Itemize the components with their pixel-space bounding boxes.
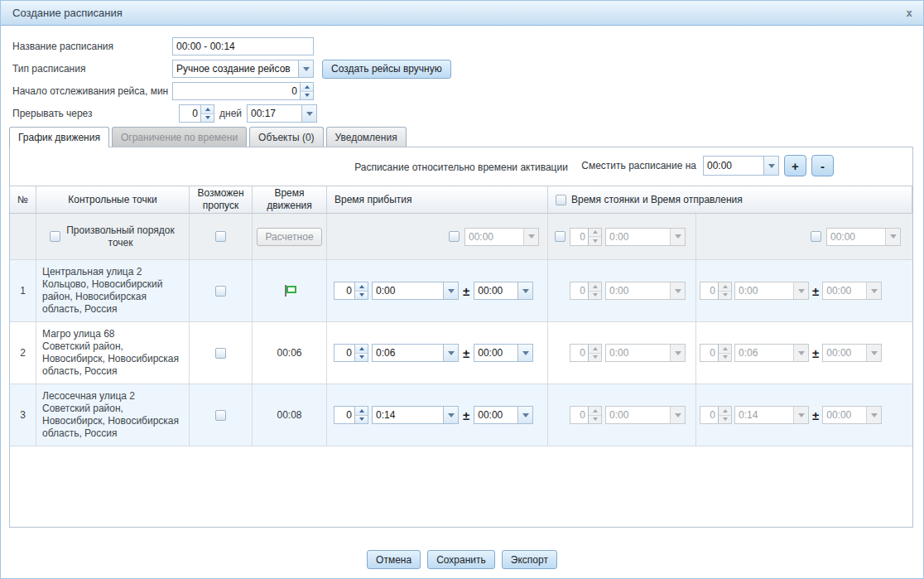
stop-time-input[interactable] [606, 282, 670, 299]
departure-time-input[interactable] [735, 345, 793, 361]
spinner-down-icon[interactable] [589, 415, 601, 424]
spinner-down-icon[interactable] [201, 113, 214, 123]
spinner-up-icon[interactable] [355, 345, 368, 353]
stop-minutes-spinner[interactable] [570, 344, 602, 362]
spinner-down-icon[interactable] [589, 291, 601, 300]
tracking-start-spinner[interactable] [172, 82, 314, 100]
dropdown-arrow-icon[interactable] [301, 105, 316, 122]
spinner-trigger[interactable] [300, 83, 313, 99]
departure-minutes-input[interactable] [700, 345, 718, 361]
spinner-trigger[interactable] [588, 407, 601, 423]
skip-checkbox[interactable] [215, 286, 226, 297]
arrival-tolerance-input[interactable] [474, 407, 517, 423]
arrival-minutes-spinner[interactable] [334, 282, 368, 300]
spinner-up-icon[interactable] [589, 407, 601, 415]
stop-all-spinner[interactable] [570, 228, 602, 246]
stop-all-spin-input[interactable] [570, 229, 588, 245]
departure-all-combo[interactable] [826, 228, 901, 246]
dropdown-arrow-icon[interactable] [670, 345, 685, 361]
departure-time-combo[interactable] [734, 406, 809, 424]
spinner-trigger[interactable] [718, 345, 731, 361]
dropdown-arrow-icon[interactable] [517, 345, 532, 361]
spinner-up-icon[interactable] [589, 229, 601, 237]
spinner-down-icon[interactable] [301, 91, 313, 100]
skip-all-checkbox[interactable] [215, 231, 226, 242]
arrival-minutes-spinner[interactable] [334, 344, 368, 362]
arrival-tolerance-combo[interactable] [474, 282, 533, 300]
create-trips-button[interactable]: Создать рейсы вручную [322, 60, 451, 79]
cancel-button[interactable]: Отмена [367, 550, 421, 569]
dropdown-arrow-icon[interactable] [670, 282, 685, 299]
dropdown-arrow-icon[interactable] [523, 229, 538, 245]
spinner-trigger[interactable] [718, 407, 731, 423]
spinner-up-icon[interactable] [201, 105, 214, 113]
stop-departure-checkbox[interactable] [556, 195, 566, 205]
skip-checkbox[interactable] [215, 410, 226, 421]
dropdown-arrow-icon[interactable] [885, 229, 900, 245]
arrival-time-input[interactable] [373, 407, 443, 423]
departure-time-input[interactable] [735, 407, 793, 423]
skip-checkbox[interactable] [215, 348, 226, 359]
spinner-trigger[interactable] [354, 407, 368, 423]
departure-time-combo[interactable] [734, 344, 809, 362]
departure-time-combo[interactable] [734, 282, 809, 300]
arrival-minutes-input[interactable] [334, 345, 354, 361]
spinner-up-icon[interactable] [355, 407, 368, 415]
departure-all-input[interactable] [827, 229, 885, 245]
departure-minutes-spinner[interactable] [700, 282, 732, 300]
dropdown-arrow-icon[interactable] [866, 407, 881, 423]
dropdown-arrow-icon[interactable] [298, 60, 313, 77]
dropdown-arrow-icon[interactable] [866, 345, 881, 361]
interrupt-time-combo[interactable] [247, 104, 317, 123]
stop-minutes-input[interactable] [570, 282, 588, 299]
stop-time-combo[interactable] [605, 406, 686, 424]
shift-minus-button[interactable]: - [811, 155, 834, 176]
arrival-all-checkbox[interactable] [449, 231, 460, 242]
shift-plus-button[interactable]: + [784, 155, 806, 176]
spinner-trigger[interactable] [718, 282, 731, 299]
departure-minutes-spinner[interactable] [700, 406, 732, 424]
spinner-up-icon[interactable] [719, 407, 731, 415]
schedule-name-input[interactable] [173, 38, 313, 55]
stop-minutes-input[interactable] [570, 407, 588, 423]
calculated-button[interactable]: Расчетное [257, 228, 321, 246]
spinner-up-icon[interactable] [719, 345, 731, 353]
stop-minutes-spinner[interactable] [570, 282, 602, 300]
dropdown-arrow-icon[interactable] [443, 282, 458, 299]
dropdown-arrow-icon[interactable] [793, 345, 808, 361]
stop-time-input[interactable] [606, 345, 670, 361]
spinner-trigger[interactable] [354, 282, 368, 299]
spinner-trigger[interactable] [588, 345, 601, 361]
interrupt-days-spinner[interactable] [179, 104, 214, 123]
dropdown-arrow-icon[interactable] [793, 282, 808, 299]
spinner-up-icon[interactable] [719, 282, 731, 291]
stop-minutes-spinner[interactable] [570, 406, 602, 424]
departure-tolerance-input[interactable] [823, 345, 866, 361]
dropdown-arrow-icon[interactable] [763, 157, 778, 175]
departure-all-checkbox[interactable] [811, 231, 821, 242]
arrival-minutes-input[interactable] [334, 407, 354, 423]
dropdown-arrow-icon[interactable] [670, 407, 685, 423]
stop-time-combo[interactable] [605, 282, 686, 300]
schedule-type-input[interactable] [173, 60, 298, 77]
tab-notifications[interactable]: Уведомления [326, 127, 407, 147]
departure-minutes-input[interactable] [700, 282, 718, 299]
arrival-time-combo[interactable] [372, 282, 459, 300]
tab-objects[interactable]: Объекты (0) [249, 127, 324, 147]
spinner-down-icon[interactable] [719, 415, 731, 424]
arrival-tolerance-combo[interactable] [474, 344, 533, 362]
close-icon[interactable]: x [906, 7, 912, 19]
departure-tolerance-input[interactable] [823, 407, 866, 423]
stop-time-combo[interactable] [605, 344, 686, 362]
spinner-trigger[interactable] [200, 105, 214, 122]
dropdown-arrow-icon[interactable] [866, 282, 881, 299]
spinner-down-icon[interactable] [589, 353, 601, 362]
spinner-up-icon[interactable] [301, 83, 313, 91]
spinner-down-icon[interactable] [719, 353, 731, 362]
shift-time-combo[interactable] [703, 156, 779, 176]
schedule-name-field[interactable] [172, 37, 314, 55]
departure-time-input[interactable] [735, 282, 793, 299]
stop-minutes-input[interactable] [570, 345, 588, 361]
dropdown-arrow-icon[interactable] [793, 407, 808, 423]
spinner-trigger[interactable] [588, 229, 601, 245]
